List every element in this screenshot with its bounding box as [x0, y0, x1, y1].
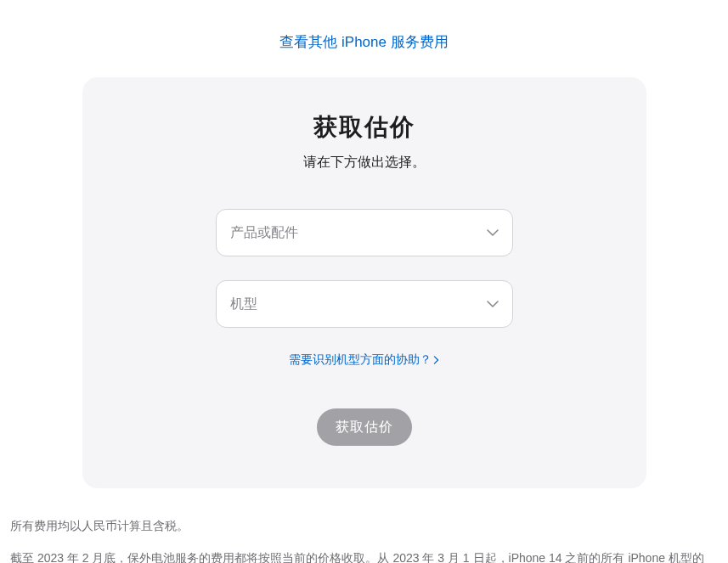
footnote-section: 所有费用均以人民币计算且含税。 截至 2023 年 2 月底，保外电池服务的费用… [10, 514, 715, 563]
model-select[interactable]: 机型 [216, 280, 513, 328]
top-link-container: 查看其他 iPhone 服务费用 [0, 0, 728, 77]
product-select-wrapper: 产品或配件 [216, 209, 513, 256]
identify-model-help-link[interactable]: 需要识别机型方面的协助？ [289, 352, 439, 368]
estimate-card: 获取估价 请在下方做出选择。 产品或配件 机型 需要识别机型方面的协助？ 获取估… [82, 77, 646, 488]
footnote-line-1: 所有费用均以人民币计算且含税。 [10, 514, 715, 538]
get-estimate-button[interactable]: 获取估价 [317, 408, 412, 446]
help-link-label: 需要识别机型方面的协助？ [289, 352, 432, 368]
product-select-placeholder: 产品或配件 [230, 224, 298, 242]
card-subtitle: 请在下方做出选择。 [116, 154, 612, 172]
chevron-right-icon [433, 356, 439, 364]
footnote-line-2a: 截至 2023 年 2 月底，保外电池服务的费用都将按照当前的价格收取。从 20… [10, 551, 704, 563]
chevron-down-icon [487, 301, 499, 307]
submit-row: 获取估价 [116, 408, 612, 446]
card-title: 获取估价 [116, 111, 612, 144]
chevron-down-icon [487, 229, 499, 236]
footnote-line-2: 截至 2023 年 2 月底，保外电池服务的费用都将按照当前的价格收取。从 20… [10, 546, 715, 563]
model-select-wrapper: 机型 [216, 280, 513, 328]
other-services-link[interactable]: 查看其他 iPhone 服务费用 [279, 34, 448, 50]
product-select[interactable]: 产品或配件 [216, 209, 513, 256]
model-select-placeholder: 机型 [230, 296, 257, 313]
